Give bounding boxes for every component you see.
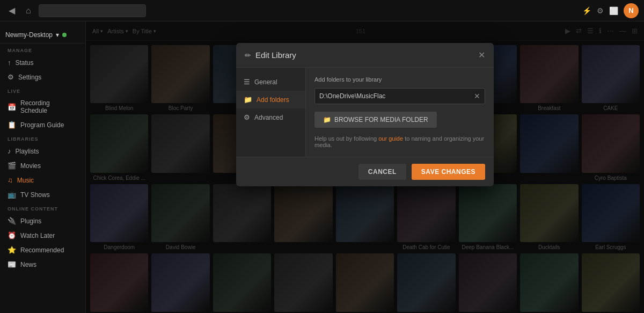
- dialog-nav-label: General: [254, 78, 277, 86]
- browse-media-folder-button[interactable]: 📁 BROWSE FOR MEDIA FOLDER: [314, 112, 437, 128]
- sidebar-item-plugins[interactable]: 🔌 Plugins: [0, 214, 85, 228]
- modal-overlay: ✏ Edit Library ✕ ☰ General: [86, 21, 644, 313]
- main-layout: Newmy-Desktop ▾ MANAGE ↑ Status ⚙ Settin…: [0, 21, 644, 313]
- dialog-nav-label: Advanced: [254, 114, 283, 121]
- server-status-dot: [62, 33, 67, 37]
- dialog-header: ✏ Edit Library ✕: [236, 43, 494, 68]
- recommended-icon: ⭐: [8, 246, 16, 254]
- status-icon: ↑: [8, 59, 11, 67]
- guide-icon: 📋: [8, 121, 16, 129]
- settings-icon[interactable]: ⚙: [597, 6, 604, 15]
- tv-icon: 📺: [8, 191, 16, 199]
- dialog-body: ☰ General 📁 Add folders ⚙ Advanced: [236, 68, 494, 157]
- calendar-icon: 📅: [8, 103, 16, 111]
- sidebar-item-label: Playlists: [16, 148, 39, 155]
- sidebar-item-playlists[interactable]: ♪ Playlists: [0, 144, 85, 158]
- main-content: All ▾ Artists ▾ By Title ▾ 151 ▶ ⇄ ☰ ℹ ⋯…: [86, 21, 644, 313]
- section-label-online: ONLINE CONTENT: [0, 202, 85, 214]
- sidebar-item-label: Plugins: [20, 217, 41, 225]
- folder-clear-button[interactable]: ✕: [474, 92, 480, 100]
- back-button[interactable]: ◀: [5, 3, 18, 18]
- folder-browse-icon: 📁: [323, 116, 331, 123]
- dialog-close-button[interactable]: ✕: [478, 51, 485, 60]
- server-selector[interactable]: Newmy-Desktop ▾: [0, 27, 85, 43]
- sidebar-item-label: Program Guide: [20, 121, 64, 129]
- advanced-gear-icon: ⚙: [244, 113, 250, 121]
- plugin-icon: 🔌: [8, 217, 16, 225]
- sidebar-item-recommended[interactable]: ⭐ Recommended: [0, 243, 85, 257]
- home-button[interactable]: ⌂: [23, 4, 34, 18]
- avatar[interactable]: N: [624, 3, 639, 18]
- watch-later-icon: ⏰: [8, 231, 16, 239]
- list-icon: ☰: [244, 78, 250, 86]
- dialog-nav-add-folders[interactable]: 📁 Add folders: [236, 91, 305, 108]
- sidebar-item-label: Recording Schedule: [20, 99, 78, 114]
- playlist-icon: ♪: [8, 147, 11, 155]
- folder-path-input-row: D:\OneDrive\MusicFlac ✕: [314, 88, 485, 104]
- sidebar-item-recording[interactable]: 📅 Recording Schedule: [0, 96, 85, 118]
- server-dropdown-icon: ▾: [56, 31, 59, 39]
- sidebar-item-movies[interactable]: 🎬 Movies: [0, 158, 85, 173]
- sidebar-item-label: Movies: [20, 162, 41, 170]
- section-label-libraries: LIBRARIES: [0, 132, 85, 144]
- dialog-main-content: Add folders to your library D:\OneDrive\…: [306, 68, 494, 157]
- search-input[interactable]: [39, 4, 146, 17]
- dialog-sidebar-nav: ☰ General 📁 Add folders ⚙ Advanced: [236, 68, 306, 157]
- sidebar-section-manage: MANAGE ↑ Status ⚙ Settings: [0, 43, 85, 84]
- dialog-nav-label: Add folders: [257, 96, 289, 104]
- folder-icon: 📁: [244, 96, 252, 104]
- sidebar-item-label: Status: [16, 59, 34, 67]
- sidebar-section-online: ONLINE CONTENT 🔌 Plugins ⏰ Watch Later ⭐…: [0, 202, 85, 272]
- dialog-nav-general[interactable]: ☰ General: [236, 73, 305, 91]
- sidebar-item-label: News: [20, 261, 36, 268]
- sidebar-item-label: Music: [17, 177, 34, 184]
- screen-icon[interactable]: ⬜: [609, 6, 618, 15]
- sidebar-item-watch-later[interactable]: ⏰ Watch Later: [0, 228, 85, 243]
- top-navigation: ◀ ⌂ ⚡ ⚙ ⬜ N: [0, 0, 644, 21]
- news-icon: 📰: [8, 260, 16, 268]
- dialog-title: ✏ Edit Library: [245, 50, 296, 60]
- gear-icon: ⚙: [8, 73, 14, 81]
- activity-icon[interactable]: ⚡: [582, 6, 591, 15]
- sidebar-item-label: TV Shows: [20, 191, 50, 199]
- pencil-icon: ✏: [245, 51, 251, 60]
- add-folders-label: Add folders to your library: [314, 76, 485, 83]
- sidebar-item-program-guide[interactable]: 📋 Program Guide: [0, 118, 85, 132]
- section-label-manage: MANAGE: [0, 43, 85, 55]
- browse-btn-label: BROWSE FOR MEDIA FOLDER: [334, 116, 428, 123]
- sidebar-item-label: Settings: [18, 74, 41, 81]
- server-name: Newmy-Desktop: [5, 31, 53, 39]
- sidebar-item-label: Recommended: [20, 246, 64, 254]
- movie-icon: 🎬: [8, 162, 16, 170]
- save-changes-button[interactable]: SAVE CHANGES: [412, 164, 485, 180]
- guide-link[interactable]: our guide: [378, 135, 403, 142]
- sidebar-item-tvshows[interactable]: 📺 TV Shows: [0, 187, 85, 202]
- sidebar-item-status[interactable]: ↑ Status: [0, 55, 85, 70]
- sidebar-item-settings[interactable]: ⚙ Settings: [0, 70, 85, 84]
- sidebar-item-news[interactable]: 📰 News: [0, 257, 85, 272]
- sidebar-item-music[interactable]: ♫ Music: [0, 173, 85, 187]
- sidebar-section-libraries: LIBRARIES ♪ Playlists 🎬 Movies ♫ Music 📺…: [0, 132, 85, 202]
- sidebar: Newmy-Desktop ▾ MANAGE ↑ Status ⚙ Settin…: [0, 21, 86, 313]
- sidebar-section-live: LIVE 📅 Recording Schedule 📋 Program Guid…: [0, 84, 85, 132]
- dialog-title-text: Edit Library: [255, 50, 296, 60]
- guide-help-text: Help us out by following our guide to na…: [314, 135, 485, 148]
- cancel-button[interactable]: CANCEL: [358, 164, 406, 180]
- edit-library-dialog: ✏ Edit Library ✕ ☰ General: [236, 43, 494, 186]
- dialog-nav-advanced[interactable]: ⚙ Advanced: [236, 108, 305, 126]
- sidebar-item-label: Watch Later: [20, 232, 55, 239]
- folder-path-text: D:\OneDrive\MusicFlac: [319, 92, 474, 100]
- section-label-live: LIVE: [0, 84, 85, 96]
- dialog-footer: CANCEL SAVE CHANGES: [236, 157, 494, 186]
- music-icon: ♫: [8, 176, 13, 184]
